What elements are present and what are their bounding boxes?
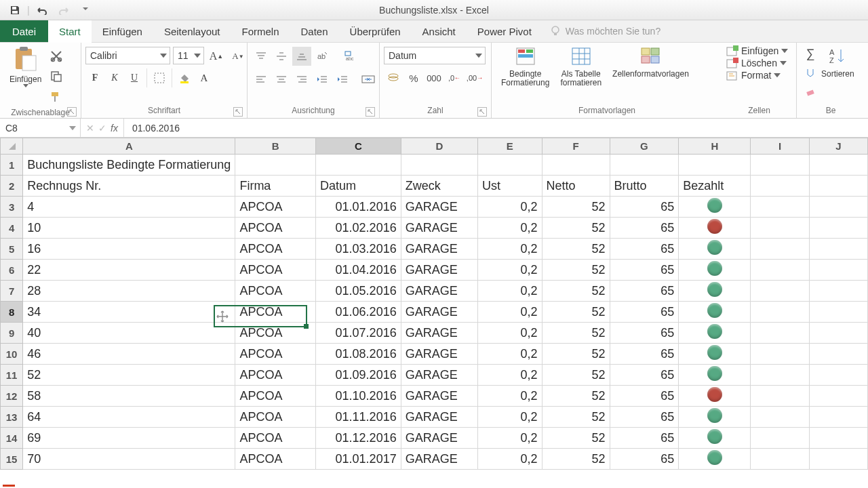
- cell-C14[interactable]: 01.12.2016: [316, 428, 401, 449]
- number-format-select[interactable]: Datum: [384, 47, 486, 64]
- fill-button[interactable]: [801, 63, 820, 82]
- cell-I7[interactable]: [751, 281, 809, 302]
- tab-datei[interactable]: Datei: [0, 20, 48, 42]
- insert-cells-button[interactable]: Einfügen: [726, 45, 788, 56]
- row-header-4[interactable]: 4: [1, 218, 23, 239]
- formula-input[interactable]: 01.06.2016: [124, 119, 868, 137]
- format-as-table-button[interactable]: Als Tabelle formatieren: [555, 44, 607, 89]
- cell-H15[interactable]: [679, 449, 751, 470]
- tab-ueberpruefen[interactable]: Überprüfen: [339, 20, 412, 42]
- decrease-decimal-button[interactable]: ,00→: [465, 68, 484, 87]
- cell-B12[interactable]: APCOA: [235, 386, 316, 407]
- row-header-11[interactable]: 11: [1, 365, 23, 386]
- cell-C5[interactable]: 01.03.2016: [316, 239, 401, 260]
- merge-center-button[interactable]: [359, 70, 378, 89]
- cell-I3[interactable]: [751, 197, 809, 218]
- cell-I15[interactable]: [751, 449, 809, 470]
- delete-cells-button[interactable]: Löschen: [726, 58, 787, 68]
- cell-B4[interactable]: APCOA: [235, 218, 316, 239]
- align-middle-button[interactable]: [272, 47, 291, 66]
- cell-H10[interactable]: [679, 344, 751, 365]
- font-color-button[interactable]: A: [195, 68, 214, 87]
- cell-A2[interactable]: Rechnugs Nr.: [23, 176, 235, 197]
- row-header-13[interactable]: 13: [1, 407, 23, 428]
- font-name-select[interactable]: Calibri: [85, 47, 170, 64]
- tab-einfuegen[interactable]: Einfügen: [92, 20, 153, 42]
- cell-E3[interactable]: 0,2: [477, 197, 542, 218]
- cell-J9[interactable]: [809, 323, 867, 344]
- cell-E15[interactable]: 0,2: [477, 449, 542, 470]
- row-header-14[interactable]: 14: [1, 428, 23, 449]
- cell-C13[interactable]: 01.11.2016: [316, 407, 401, 428]
- tab-powerpivot[interactable]: Power Pivot: [467, 20, 542, 42]
- align-right-button[interactable]: [292, 70, 311, 89]
- cell-A12[interactable]: 58: [23, 386, 235, 407]
- cell-F13[interactable]: 52: [542, 407, 610, 428]
- cell-C12[interactable]: 01.10.2016: [316, 386, 401, 407]
- cell-I10[interactable]: [751, 344, 809, 365]
- cell-E8[interactable]: 0,2: [477, 302, 542, 323]
- cell-A4[interactable]: 10: [23, 218, 235, 239]
- cell-J8[interactable]: [809, 302, 867, 323]
- comma-format-button[interactable]: 000: [425, 68, 443, 87]
- cell-E12[interactable]: 0,2: [477, 386, 542, 407]
- column-header-F[interactable]: F: [542, 138, 610, 155]
- cell-J11[interactable]: [809, 365, 867, 386]
- cell-I9[interactable]: [751, 323, 809, 344]
- name-box[interactable]: C8: [0, 119, 81, 137]
- row-header-1[interactable]: 1: [1, 155, 23, 176]
- cell-H11[interactable]: [679, 365, 751, 386]
- column-header-A[interactable]: A: [23, 138, 235, 155]
- cell-I5[interactable]: [751, 239, 809, 260]
- cell-C1[interactable]: [316, 155, 401, 176]
- cell-G11[interactable]: 65: [610, 365, 679, 386]
- cell-J2[interactable]: [809, 176, 867, 197]
- cell-I6[interactable]: [751, 260, 809, 281]
- row-header-15[interactable]: 15: [1, 449, 23, 470]
- cell-C4[interactable]: 01.02.2016: [316, 218, 401, 239]
- cell-G5[interactable]: 65: [610, 239, 679, 260]
- tab-seitenlayout[interactable]: Seitenlayout: [153, 20, 231, 42]
- cell-F6[interactable]: 52: [542, 260, 610, 281]
- border-button[interactable]: [150, 68, 169, 87]
- cell-J15[interactable]: [809, 449, 867, 470]
- bold-button[interactable]: F: [85, 68, 104, 87]
- cell-G6[interactable]: 65: [610, 260, 679, 281]
- column-header-B[interactable]: B: [235, 138, 316, 155]
- cell-J3[interactable]: [809, 197, 867, 218]
- cell-B11[interactable]: APCOA: [235, 365, 316, 386]
- cell-A5[interactable]: 16: [23, 239, 235, 260]
- cell-E1[interactable]: [477, 155, 542, 176]
- row-header-8[interactable]: 8: [1, 302, 23, 323]
- fill-color-button[interactable]: [175, 68, 194, 87]
- cell-E7[interactable]: 0,2: [477, 281, 542, 302]
- sort-filter-button[interactable]: AZ Sortieren: [820, 44, 856, 80]
- formula-accept-icon[interactable]: ✓: [98, 123, 106, 134]
- cell-I4[interactable]: [751, 218, 809, 239]
- cell-G15[interactable]: 65: [610, 449, 679, 470]
- cell-F15[interactable]: 52: [542, 449, 610, 470]
- cell-F9[interactable]: 52: [542, 323, 610, 344]
- cell-B6[interactable]: APCOA: [235, 260, 316, 281]
- cell-C6[interactable]: 01.04.2016: [316, 260, 401, 281]
- cell-I2[interactable]: [751, 176, 809, 197]
- column-header-G[interactable]: G: [610, 138, 679, 155]
- column-header-E[interactable]: E: [477, 138, 542, 155]
- accounting-format-button[interactable]: [384, 68, 403, 87]
- cell-I11[interactable]: [751, 365, 809, 386]
- cut-button[interactable]: [47, 47, 66, 66]
- cell-D4[interactable]: GARAGE: [401, 218, 477, 239]
- number-dialog-launcher[interactable]: [477, 107, 487, 117]
- spreadsheet-grid[interactable]: ABCDEFGHIJ1Buchungsliste Bedingte Format…: [0, 138, 868, 470]
- cell-F7[interactable]: 52: [542, 281, 610, 302]
- cell-B13[interactable]: APCOA: [235, 407, 316, 428]
- cell-H7[interactable]: [679, 281, 751, 302]
- align-top-button[interactable]: [252, 47, 271, 66]
- cell-B1[interactable]: [235, 155, 316, 176]
- cell-C7[interactable]: 01.05.2016: [316, 281, 401, 302]
- format-painter-button[interactable]: [47, 87, 66, 106]
- formula-cancel-icon[interactable]: ✕: [86, 123, 94, 134]
- cell-C2[interactable]: Datum: [316, 176, 401, 197]
- cell-I14[interactable]: [751, 428, 809, 449]
- underline-button[interactable]: U: [125, 68, 144, 87]
